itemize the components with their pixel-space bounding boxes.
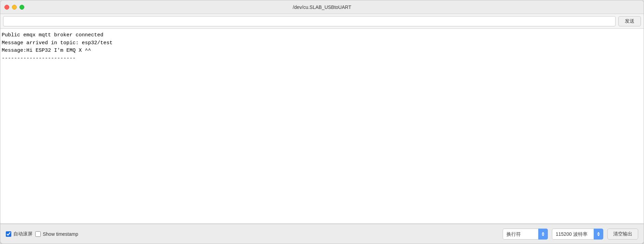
line-ending-wrapper: 换行符 无换行符 回车符 Both NL & CR [503, 229, 548, 240]
console-text: Public emqx mqtt broker connected Messag… [2, 32, 642, 62]
show-timestamp-checkbox-item[interactable]: Show timestamp [35, 231, 78, 237]
clear-button[interactable]: 清空输出 [607, 229, 638, 240]
close-button[interactable] [4, 5, 9, 10]
bottom-bar: 自动滚屏 Show timestamp 换行符 无换行符 回车符 Both NL… [0, 224, 644, 244]
traffic-lights [4, 5, 24, 10]
maximize-button[interactable] [20, 5, 24, 10]
line-ending-select[interactable]: 换行符 无换行符 回车符 Both NL & CR [503, 229, 548, 240]
baud-rate-wrapper: 9600 波特率 115200 波特率 57600 波特率 38400 波特率 [552, 229, 603, 240]
minimize-button[interactable] [12, 5, 17, 10]
send-input[interactable] [3, 16, 616, 26]
titlebar: /dev/cu.SLAB_USBtoUART [0, 0, 644, 14]
auto-scroll-label: 自动滚屏 [13, 231, 33, 237]
show-timestamp-label: Show timestamp [43, 231, 78, 237]
window-title: /dev/cu.SLAB_USBtoUART [293, 4, 351, 10]
send-button[interactable]: 发送 [618, 16, 641, 26]
auto-scroll-checkbox[interactable] [6, 231, 11, 237]
auto-scroll-checkbox-item[interactable]: 自动滚屏 [6, 231, 33, 237]
input-row: 发送 [0, 14, 644, 29]
checkbox-group: 自动滚屏 Show timestamp [6, 231, 78, 237]
bottom-right: 换行符 无换行符 回车符 Both NL & CR 9600 波特率 11520… [503, 229, 638, 240]
main-window: /dev/cu.SLAB_USBtoUART 发送 Public emqx mq… [0, 0, 644, 244]
baud-rate-select[interactable]: 9600 波特率 115200 波特率 57600 波特率 38400 波特率 [552, 229, 603, 240]
show-timestamp-checkbox[interactable] [35, 231, 41, 237]
console-area: Public emqx mqtt broker connected Messag… [0, 29, 644, 224]
